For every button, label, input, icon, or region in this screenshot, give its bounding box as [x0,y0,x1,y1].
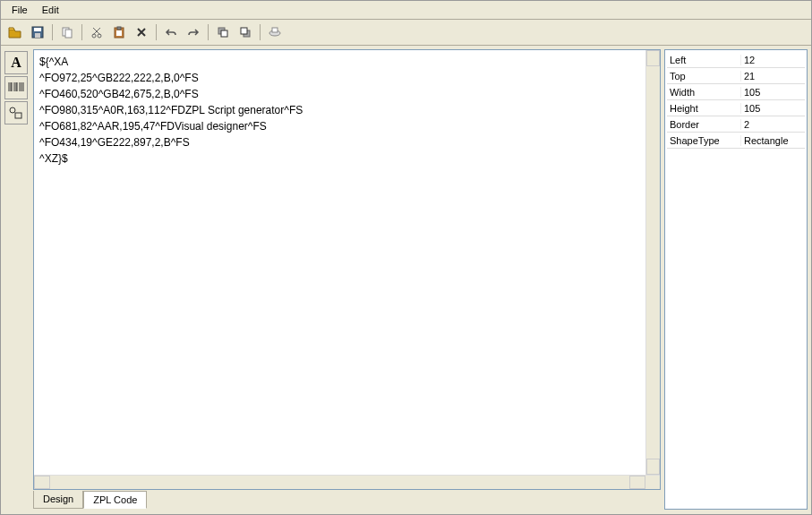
bring-front-icon [217,26,229,39]
property-value[interactable]: 2 [740,119,805,130]
property-value[interactable]: Rectangle [740,135,805,146]
toolbar-separator [260,24,261,40]
svg-rect-1 [34,28,41,31]
toolbar-separator [208,24,209,40]
redo-icon [187,26,200,39]
send-back-icon [239,26,252,39]
svg-rect-13 [241,28,247,34]
delete-button[interactable] [131,22,152,42]
cut-button[interactable] [86,22,107,42]
properties-panel: Left 12 Top 21 Width 105 Height 105 Bord… [664,49,808,510]
svg-rect-15 [272,28,278,32]
svg-rect-17 [15,113,21,118]
menu-edit[interactable]: Edit [35,3,66,17]
property-label: Top [667,71,740,82]
property-label: Left [667,55,740,65]
delete-icon [135,26,148,39]
undo-icon [165,26,177,39]
save-button[interactable] [27,22,48,42]
tool-palette: A [4,49,30,510]
vertical-scrollbar[interactable] [645,50,660,475]
property-row[interactable]: Left 12 [667,52,805,68]
toolbar-separator [156,24,157,40]
print-icon [268,26,282,39]
property-label: ShapeType [667,135,740,146]
menubar: File Edit [1,1,811,20]
barcode-tool[interactable] [4,76,28,99]
property-label: Border [667,119,740,130]
text-tool[interactable]: A [4,51,28,74]
property-label: Width [667,87,740,98]
property-row[interactable]: Top 21 [667,68,805,84]
paste-icon [113,26,125,39]
property-value[interactable]: 12 [740,55,805,65]
save-icon [31,26,44,39]
property-label: Height [667,103,740,114]
property-row[interactable]: Width 105 [667,84,805,100]
toolbar [1,20,811,46]
tab-bar: Design ZPL Code [33,492,661,510]
svg-rect-2 [35,33,40,38]
paste-button[interactable] [108,22,130,42]
main-area: A ${^XA ^FO972,25^GB222,222,2,B,0^FS ^FO… [1,46,811,513]
property-value[interactable]: 105 [740,103,805,114]
copy-button[interactable] [56,22,78,42]
property-row[interactable]: Height 105 [667,100,805,116]
property-value[interactable]: 21 [740,71,805,82]
send-back-button[interactable] [235,22,256,42]
svg-rect-11 [221,30,227,37]
barcode-icon [8,82,24,94]
tab-zpl-code[interactable]: ZPL Code [83,491,147,509]
svg-rect-9 [116,30,122,36]
property-row[interactable]: ShapeType Rectangle [667,133,805,149]
undo-button[interactable] [160,22,182,42]
toolbar-separator [81,24,82,40]
property-row[interactable]: Border 2 [667,116,805,133]
print-button[interactable] [264,22,286,42]
svg-rect-4 [65,30,72,38]
redo-button[interactable] [183,22,204,42]
open-button[interactable] [4,22,26,42]
horizontal-scrollbar[interactable] [34,475,660,489]
center-panel: ${^XA ^FO972,25^GB222,222,2,B,0^FS ^FO46… [33,49,661,510]
shape-icon [8,106,24,120]
code-editor[interactable]: ${^XA ^FO972,25^GB222,222,2,B,0^FS ^FO46… [34,50,660,475]
bring-front-button[interactable] [212,22,234,42]
svg-rect-8 [117,27,121,30]
tab-design[interactable]: Design [33,491,83,509]
editor-container: ${^XA ^FO972,25^GB222,222,2,B,0^FS ^FO46… [33,49,661,490]
property-value[interactable]: 105 [740,87,805,98]
open-icon [8,26,22,39]
svg-point-16 [10,107,15,113]
menu-file[interactable]: File [4,3,35,17]
cut-icon [90,26,103,39]
toolbar-separator [52,24,53,40]
copy-icon [61,26,73,39]
shape-tool[interactable] [4,101,28,124]
